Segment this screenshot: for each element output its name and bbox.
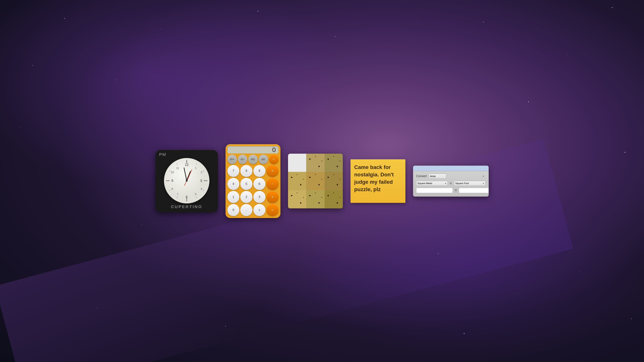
converter-body: Convert Area Length Temperature Volume W… xyxy=(413,171,488,196)
calc-btn-8[interactable]: 8 xyxy=(240,165,252,177)
calc-btn-mc[interactable]: mc xyxy=(248,155,258,164)
category-select-wrap: Area Length Temperature Volume Weight xyxy=(429,174,486,179)
calc-btn-0[interactable]: 0 xyxy=(228,204,240,216)
calc-btn-3[interactable]: 3 xyxy=(253,191,266,203)
category-select[interactable]: Area Length Temperature Volume Weight xyxy=(429,174,446,179)
puzzle-cell-7 xyxy=(306,190,324,209)
puzzle-widget xyxy=(288,154,343,209)
svg-text:3: 3 xyxy=(200,179,202,183)
calc-btn-m-plus[interactable]: m+ xyxy=(228,155,237,164)
clock-am-pm: PM xyxy=(158,152,166,157)
widgets-row: PM xyxy=(156,144,489,218)
to-unit-select[interactable]: Square Foot Square Meter Square Inch Squ… xyxy=(454,181,486,186)
svg-text:4: 4 xyxy=(201,187,202,190)
calc-btn-5[interactable]: 5 xyxy=(240,178,252,190)
from-unit-select[interactable]: Square Meter Square Foot Square Inch Squ… xyxy=(416,181,448,186)
converter-convert-row: Convert Area Length Temperature Volume W… xyxy=(416,174,486,179)
converter-inputs-row: = xyxy=(416,188,486,193)
puzzle-cell-8 xyxy=(324,190,343,209)
converter-units-row: Square Meter Square Foot Square Inch Squ… xyxy=(416,181,486,186)
calc-row-3: 4 5 6 − xyxy=(228,178,278,190)
svg-text:9: 9 xyxy=(171,179,173,183)
svg-text:11: 11 xyxy=(176,167,179,170)
note-text: Came back for nostalgia. Don't judge my … xyxy=(354,163,402,193)
calc-btn-divide[interactable]: ÷ xyxy=(269,155,278,164)
calc-btn-multiply[interactable]: × xyxy=(266,165,278,177)
puzzle-cell-empty xyxy=(288,154,306,172)
calc-btn-6[interactable]: 6 xyxy=(253,178,266,190)
calc-btn-2[interactable]: 2 xyxy=(240,191,252,203)
equals-sign-2: = xyxy=(455,188,457,193)
calc-display-value: 0 xyxy=(272,146,276,153)
calc-buttons: m+ m- mc mr ÷ 7 8 9 × 4 5 6 xyxy=(228,155,278,216)
calc-row-5: 0 . c = xyxy=(228,204,278,216)
puzzle-cell-2 xyxy=(324,154,343,172)
from-value-input[interactable] xyxy=(416,188,453,193)
to-unit-select-wrap: Square Foot Square Meter Square Inch Squ… xyxy=(454,181,486,186)
puzzle-cell-3 xyxy=(288,172,306,190)
calc-btn-equals[interactable]: = xyxy=(266,204,278,216)
svg-point-32 xyxy=(186,180,188,182)
calc-btn-decimal[interactable]: . xyxy=(240,204,252,216)
svg-text:10: 10 xyxy=(171,171,174,174)
svg-text:2: 2 xyxy=(201,171,202,174)
puzzle-cell-1 xyxy=(306,154,324,172)
equals-sign: = xyxy=(450,181,452,186)
puzzle-cell-4 xyxy=(306,172,324,190)
calc-btn-1[interactable]: 1 xyxy=(228,191,240,203)
converter-widget: Convert Area Length Temperature Volume W… xyxy=(413,166,489,197)
convert-label: Convert xyxy=(416,174,427,178)
svg-text:5: 5 xyxy=(195,193,196,196)
clock-widget: PM xyxy=(156,150,218,212)
svg-text:6: 6 xyxy=(186,195,188,199)
svg-text:8: 8 xyxy=(172,187,173,190)
desktop: PM xyxy=(0,0,644,362)
calc-btn-7[interactable]: 7 xyxy=(228,165,240,177)
sticky-note-widget: Came back for nostalgia. Don't judge my … xyxy=(350,159,406,203)
svg-text:12: 12 xyxy=(184,163,188,167)
puzzle-cell-5 xyxy=(324,172,343,190)
to-value-input[interactable] xyxy=(459,188,488,193)
calc-row-4: 1 2 3 + xyxy=(228,191,278,203)
converter-header xyxy=(413,166,488,171)
calc-row-2: 7 8 9 × xyxy=(228,165,278,177)
calc-btn-clear[interactable]: c xyxy=(253,204,266,216)
calculator-widget: 0 m+ m- mc mr ÷ 7 8 9 × xyxy=(226,144,280,218)
clock-face: 12 3 6 9 1 2 4 5 7 8 10 11 xyxy=(164,158,210,203)
calc-btn-subtract[interactable]: − xyxy=(266,178,278,190)
svg-text:1: 1 xyxy=(195,167,196,170)
clock-city: CUPERTINO xyxy=(171,204,202,209)
calc-display: 0 xyxy=(228,146,278,153)
calc-row-1: m+ m- mc mr ÷ xyxy=(228,155,278,164)
clock-svg: 12 3 6 9 1 2 4 5 7 8 10 11 xyxy=(164,158,210,203)
calc-btn-mr[interactable]: mr xyxy=(259,155,268,164)
calc-btn-m-minus[interactable]: m- xyxy=(238,155,247,164)
calc-btn-9[interactable]: 9 xyxy=(253,165,266,177)
svg-text:7: 7 xyxy=(177,193,178,196)
calc-btn-4[interactable]: 4 xyxy=(228,178,240,190)
puzzle-cell-6 xyxy=(288,190,306,209)
calc-btn-add[interactable]: + xyxy=(266,191,278,203)
from-unit-select-wrap: Square Meter Square Foot Square Inch Squ… xyxy=(416,181,448,186)
